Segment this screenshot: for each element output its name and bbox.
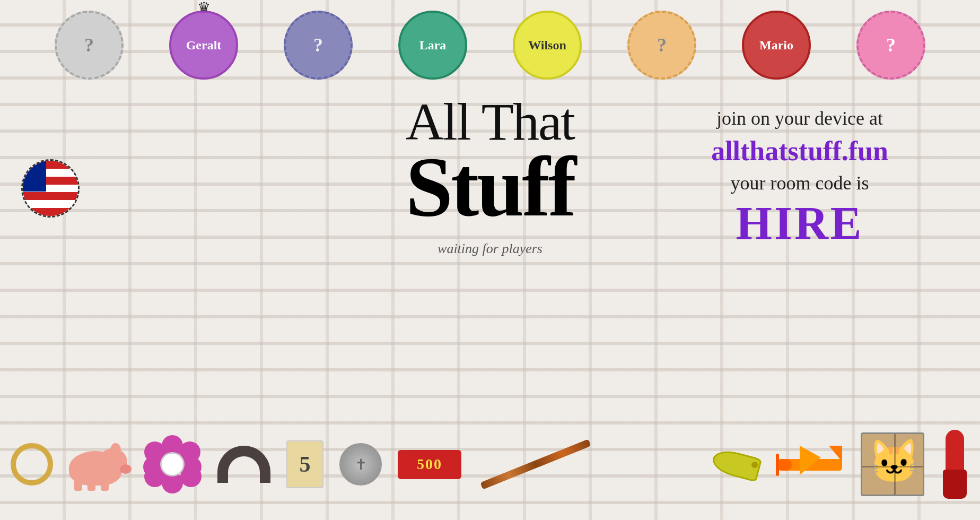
item-pig <box>69 432 127 496</box>
item-banana <box>712 432 760 496</box>
item-plane <box>776 432 845 496</box>
five-card-icon: 5 <box>286 440 323 488</box>
item-handle <box>217 432 270 496</box>
item-stick <box>477 432 594 496</box>
join-instruction: join on your device at <box>662 106 938 131</box>
cross-coin-icon: ✝ <box>339 443 382 486</box>
item-five-card: 5 <box>286 432 323 496</box>
waiting-status: waiting for players <box>304 241 676 257</box>
player-slot-7[interactable]: Mario <box>742 11 811 80</box>
player-avatar-2[interactable]: Geralt <box>169 11 238 80</box>
players-row: ? ♛ Geralt ? Lara Wi <box>0 0 980 80</box>
player-slot-4[interactable]: Lara <box>398 11 467 80</box>
item-red-figure <box>940 432 969 496</box>
item-puzzle-cat: 🐱 <box>861 432 924 496</box>
join-url: allthatstuff.fun <box>662 135 938 167</box>
player-avatar-5[interactable]: Wilson <box>513 11 582 80</box>
title-stuff: Stuff <box>304 149 676 225</box>
item-ring <box>11 432 53 496</box>
items-row: 5 ✝ 500 <box>0 419 980 509</box>
room-code-label: your room code is <box>662 172 938 194</box>
player-avatar-6[interactable]: ? <box>627 11 696 80</box>
chip-icon: 500 <box>398 450 461 479</box>
main-content: ? ♛ Geralt ? Lara Wi <box>0 0 980 520</box>
player-slot-2[interactable]: ♛ Geralt <box>169 11 238 80</box>
item-cross-coin: ✝ <box>339 432 382 496</box>
player-slot-1[interactable]: ? <box>55 11 124 80</box>
main-title-area: All That Stuff waiting for players <box>304 96 676 257</box>
flag-icon <box>21 159 80 218</box>
info-panel: join on your device at allthatstuff.fun … <box>662 106 938 250</box>
item-red-chip: 500 <box>398 432 461 496</box>
player-avatar-3[interactable]: ? <box>284 11 353 80</box>
room-code: HIRE <box>662 196 938 250</box>
player-label-3: ? <box>313 34 323 56</box>
item-flower <box>143 432 202 496</box>
player-label-7: Mario <box>759 38 793 53</box>
chip-value: 500 <box>417 456 442 473</box>
player-avatar-4[interactable]: Lara <box>398 11 467 80</box>
player-label-6: ? <box>657 34 667 56</box>
player-avatar-1[interactable]: ? <box>55 11 124 80</box>
player-label-2: Geralt <box>186 38 222 53</box>
player-slot-8[interactable]: ? <box>856 11 925 80</box>
player-label-4: Lara <box>419 38 447 53</box>
player-slot-5[interactable]: Wilson <box>513 11 582 80</box>
cross-symbol: ✝ <box>355 456 367 473</box>
player-slot-3[interactable]: ? <box>284 11 353 80</box>
player-label-8: ? <box>886 34 896 56</box>
ring-icon <box>11 443 53 486</box>
player-avatar-8[interactable]: ? <box>856 11 925 80</box>
player-avatar-7[interactable]: Mario <box>742 11 811 80</box>
player-label-5: Wilson <box>528 38 566 53</box>
player-label-1: ? <box>84 34 94 56</box>
player-slot-6[interactable]: ? <box>627 11 696 80</box>
five-card-value: 5 <box>300 452 311 477</box>
